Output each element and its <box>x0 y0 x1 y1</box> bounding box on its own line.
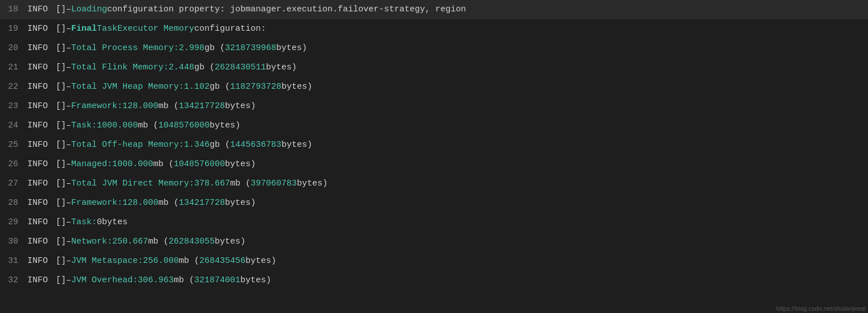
log-segment: 397060783 <box>251 174 297 193</box>
log-segment: configuration: <box>194 19 266 39</box>
log-segment: gb ( <box>210 135 230 155</box>
log-segment: Total Process Memory: <box>71 39 179 58</box>
log-segment: 3218739968 <box>225 39 276 58</box>
log-segment: 0 <box>97 213 102 232</box>
log-segment: Final <box>71 19 97 39</box>
log-prefix: [] <box>56 213 66 232</box>
log-segment: – <box>66 135 71 155</box>
log-segment: bytes) <box>225 193 256 213</box>
table-row: 27INFO [] – Total JVM Direct Memory: 378… <box>0 174 868 193</box>
log-segment: 262843055 <box>169 232 215 252</box>
log-prefix: [] <box>56 135 66 155</box>
log-segment: Framework: <box>71 193 122 213</box>
log-prefix: [] <box>56 271 66 290</box>
log-prefix: [] <box>56 252 66 271</box>
log-level: INFO <box>27 155 56 174</box>
table-row: 24INFO [] – Task: 1000.000mb (1048576000… <box>0 116 868 135</box>
log-segment: – <box>66 174 71 193</box>
log-level: INFO <box>27 213 56 232</box>
log-segment: – <box>66 58 71 77</box>
log-segment: – <box>66 232 71 252</box>
log-segment: bytes) <box>245 252 276 271</box>
log-segment: bytes) <box>240 271 271 290</box>
log-level: INFO <box>27 271 56 290</box>
table-row: 21INFO [] – Total Flink Memory: 2.448gb … <box>0 58 868 77</box>
log-segment: Managed: <box>71 155 112 174</box>
table-row: 32INFO [] – JVM Overhead: 306.963mb (321… <box>0 271 868 290</box>
log-segment: gb ( <box>194 58 215 77</box>
log-segment: 1048576000 <box>158 116 210 135</box>
log-segment: 1000.000 <box>112 155 153 174</box>
log-prefix: [] <box>56 155 66 174</box>
log-segment: – <box>66 252 71 271</box>
table-row: 19INFO [] – Final TaskExecutor Memory co… <box>0 19 868 39</box>
log-segment: bytes) <box>297 174 327 193</box>
line-number: 32 <box>5 271 27 290</box>
log-prefix: [] <box>56 77 66 97</box>
log-segment: – <box>66 193 71 213</box>
line-number: 28 <box>5 193 27 213</box>
line-number: 21 <box>5 58 27 77</box>
log-segment: JVM Overhead: <box>71 271 138 290</box>
log-segment: – <box>66 97 71 116</box>
log-segment: bytes) <box>215 232 245 252</box>
log-segment: mb ( <box>179 252 199 271</box>
log-segment: – <box>66 39 71 58</box>
log-segment: 321874001 <box>194 271 240 290</box>
log-segment: 1.346 <box>184 135 210 155</box>
log-segment: bytes) <box>281 77 312 97</box>
log-segment: – <box>66 116 71 135</box>
line-number: 20 <box>5 39 27 58</box>
watermark: https://blog.csdn.net/shulanjireal <box>776 305 866 312</box>
log-level: INFO <box>27 39 56 58</box>
line-number: 31 <box>5 252 27 271</box>
log-segment: 1048576000 <box>174 155 225 174</box>
log-prefix: [] <box>56 116 66 135</box>
table-row: 31INFO [] – JVM Metaspace: 256.000mb (26… <box>0 252 868 271</box>
log-segment: Total Flink Memory: <box>71 58 169 77</box>
log-container: 18INFO [] – Loading configuration proper… <box>0 0 868 313</box>
line-number: 22 <box>5 77 27 97</box>
log-prefix: [] <box>56 39 66 58</box>
log-segment: mb ( <box>158 97 179 116</box>
log-segment: JVM Metaspace: <box>71 252 143 271</box>
log-segment: 2.998 <box>179 39 204 58</box>
log-segment: Framework: <box>71 97 122 116</box>
log-level: INFO <box>27 97 56 116</box>
log-segment: 128.000 <box>122 97 158 116</box>
log-segment: – <box>66 271 71 290</box>
log-level: INFO <box>27 193 56 213</box>
log-segment: mb ( <box>148 232 169 252</box>
log-level: INFO <box>27 0 56 19</box>
line-number: 27 <box>5 174 27 193</box>
log-segment: bytes) <box>210 116 240 135</box>
log-prefix: [] <box>56 232 66 252</box>
log-level: INFO <box>27 19 56 39</box>
table-row: 18INFO [] – Loading configuration proper… <box>0 0 868 19</box>
table-row: 20INFO [] – Total Process Memory: 2.998g… <box>0 39 868 58</box>
log-segment: bytes <box>102 213 128 232</box>
log-level: INFO <box>27 252 56 271</box>
log-segment: 134217728 <box>179 193 225 213</box>
log-segment: 268435456 <box>199 252 245 271</box>
log-prefix: [] <box>56 19 66 39</box>
table-row: 30INFO [] – Network: 250.667mb (26284305… <box>0 232 868 252</box>
log-segment: Loading <box>71 0 107 19</box>
log-segment: Total Off-heap Memory: <box>71 135 184 155</box>
log-segment: 1182793728 <box>230 77 281 97</box>
log-prefix: [] <box>56 174 66 193</box>
log-segment: Total JVM Direct Memory: <box>71 174 194 193</box>
line-number: 25 <box>5 135 27 155</box>
table-row: 22INFO [] – Total JVM Heap Memory: 1.102… <box>0 77 868 97</box>
log-segment: 134217728 <box>179 97 225 116</box>
log-level: INFO <box>27 77 56 97</box>
log-segment: Task: <box>71 213 97 232</box>
log-prefix: [] <box>56 58 66 77</box>
log-segment: mb ( <box>138 116 158 135</box>
log-segment: mb ( <box>153 155 174 174</box>
log-segment: bytes) <box>225 97 256 116</box>
log-segment: bytes) <box>266 58 297 77</box>
log-segment: gb ( <box>204 39 225 58</box>
log-prefix: [] <box>56 97 66 116</box>
log-segment: – <box>66 213 71 232</box>
